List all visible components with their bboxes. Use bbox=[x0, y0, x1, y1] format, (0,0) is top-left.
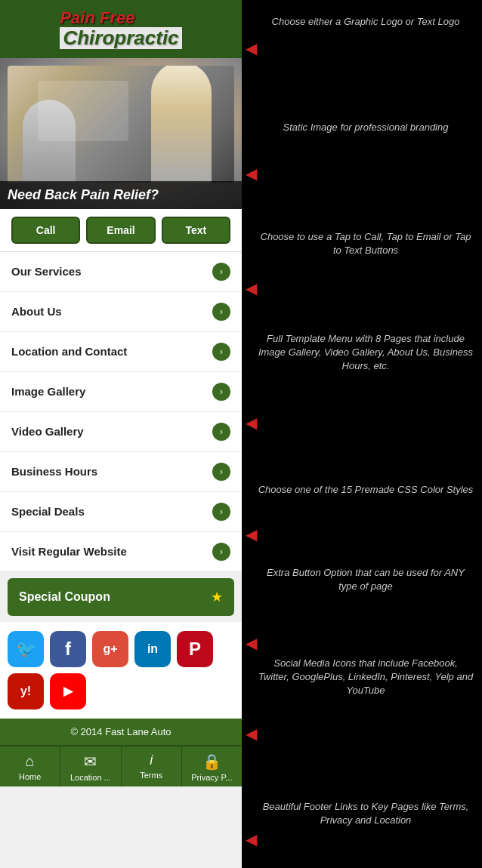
menu-label-video-gallery: Video Gallery bbox=[11, 425, 84, 438]
menu-arrow-image-gallery: › bbox=[212, 383, 230, 401]
nav-location[interactable]: ✉ Location ... bbox=[60, 746, 121, 786]
logo-area: Pain Free Chiropractic bbox=[0, 0, 242, 58]
annotation-footer-links: Beautiful Footer Links to Key Pages like… bbox=[249, 800, 482, 827]
arrow-footer: ◀ bbox=[246, 830, 257, 848]
nav-terms-label: Terms bbox=[140, 771, 162, 780]
menu-label-about-us: About Us bbox=[11, 305, 62, 318]
menu-item-our-services[interactable]: Our Services › bbox=[0, 252, 242, 292]
annotation-buttons-text: Choose to use a Tap to Call, Tap to Emai… bbox=[261, 231, 471, 256]
menu-item-image-gallery[interactable]: Image Gallery › bbox=[0, 372, 242, 412]
cta-buttons-section: Call Email Text bbox=[0, 209, 242, 251]
social-media-section: 🐦 f g+ in P y! ▶ bbox=[0, 622, 242, 719]
menu-arrow-special-deals: › bbox=[212, 503, 230, 521]
menu-item-special-deals[interactable]: Special Deals › bbox=[0, 492, 242, 532]
call-button[interactable]: Call bbox=[11, 217, 80, 244]
logo-chiropractic: Chiropractic bbox=[60, 27, 181, 49]
menu-arrow-about-us: › bbox=[212, 303, 230, 321]
nav-home-label: Home bbox=[19, 772, 41, 781]
annotation-logo: Choose either a Graphic Logo or Text Log… bbox=[249, 15, 482, 29]
annotation-social-text: Social Media Icons that include Facebook… bbox=[258, 657, 473, 696]
text-button[interactable]: Text bbox=[162, 217, 230, 244]
nav-location-label: Location ... bbox=[70, 773, 111, 782]
terms-icon: i bbox=[150, 753, 153, 768]
menu-label-location-contact: Location and Contact bbox=[11, 345, 127, 358]
email-button[interactable]: Email bbox=[86, 217, 155, 244]
home-icon: ⌂ bbox=[26, 753, 35, 770]
annotation-logo-text: Choose either a Graphic Logo or Text Log… bbox=[272, 16, 460, 27]
arrow-coupon: ◀ bbox=[246, 634, 257, 652]
annotation-buttons: Choose to use a Tap to Call, Tap to Emai… bbox=[249, 230, 482, 257]
footer-copyright: © 2014 Fast Lane Auto bbox=[0, 719, 242, 745]
menu-label-special-deals: Special Deals bbox=[11, 505, 85, 518]
annotation-color-text: Choose one of the 15 Premade CSS Color S… bbox=[258, 484, 474, 495]
special-coupon-label: Special Coupon bbox=[19, 590, 110, 604]
googleplus-icon[interactable]: g+ bbox=[92, 631, 128, 667]
menu-arrow-visit-website: › bbox=[212, 543, 230, 561]
yelp-icon[interactable]: y! bbox=[8, 673, 44, 709]
annotation-footer-links-text: Beautiful Footer Links to Key Pages like… bbox=[263, 801, 469, 826]
menu-arrow-location-contact: › bbox=[212, 343, 230, 361]
arrow-logo: ◀ bbox=[246, 39, 257, 57]
menu-item-video-gallery[interactable]: Video Gallery › bbox=[0, 412, 242, 452]
arrow-hero: ◀ bbox=[246, 165, 257, 183]
annotation-social: Social Media Icons that include Facebook… bbox=[249, 657, 482, 698]
privacy-icon: 🔒 bbox=[202, 753, 221, 771]
menu-item-location-contact[interactable]: Location and Contact › bbox=[0, 332, 242, 372]
menu-label-our-services: Our Services bbox=[11, 265, 82, 278]
annotation-hero: Static Image for professional branding bbox=[249, 121, 482, 134]
arrow-color: ◀ bbox=[246, 525, 257, 543]
hero-tagline: Need Back Pain Relief? bbox=[0, 181, 242, 209]
menu-arrow-business-hours: › bbox=[212, 463, 230, 481]
menu-item-visit-website[interactable]: Visit Regular Website › bbox=[0, 532, 242, 572]
annotation-hero-text: Static Image for professional branding bbox=[283, 122, 449, 133]
menu-label-image-gallery: Image Gallery bbox=[11, 385, 85, 398]
twitter-icon[interactable]: 🐦 bbox=[8, 631, 44, 667]
menu-section: Our Services › About Us › Location and C… bbox=[0, 251, 242, 572]
menu-label-business-hours: Business Hours bbox=[11, 465, 97, 478]
special-coupon-star-icon: ★ bbox=[211, 589, 223, 605]
annotation-coupon: Extra Button Option that can be used for… bbox=[249, 566, 482, 593]
arrow-buttons: ◀ bbox=[246, 279, 257, 297]
menu-arrow-video-gallery: › bbox=[212, 423, 230, 441]
nav-privacy-label: Privacy P... bbox=[191, 773, 232, 782]
arrow-menu: ◀ bbox=[246, 414, 257, 432]
location-icon: ✉ bbox=[84, 753, 97, 771]
nav-home[interactable]: ⌂ Home bbox=[0, 746, 60, 786]
annotation-menu-text: Full Template Menu with 8 Pages that inc… bbox=[258, 333, 473, 371]
annotation-menu: Full Template Menu with 8 Pages that inc… bbox=[249, 332, 482, 374]
logo: Pain Free Chiropractic bbox=[60, 9, 181, 49]
annotations-panel: Choose either a Graphic Logo or Text Log… bbox=[242, 0, 482, 868]
menu-label-visit-website: Visit Regular Website bbox=[11, 545, 127, 558]
special-coupon-button[interactable]: Special Coupon ★ bbox=[8, 578, 234, 616]
menu-item-about-us[interactable]: About Us › bbox=[0, 292, 242, 332]
pinterest-icon[interactable]: P bbox=[177, 631, 213, 667]
facebook-icon[interactable]: f bbox=[50, 631, 86, 667]
logo-pain-free: Pain Free bbox=[60, 9, 181, 27]
menu-item-business-hours[interactable]: Business Hours › bbox=[0, 452, 242, 492]
bottom-navigation: ⌂ Home ✉ Location ... i Terms 🔒 Privacy … bbox=[0, 745, 242, 786]
annotation-coupon-text: Extra Button Option that can be used for… bbox=[267, 567, 465, 592]
nav-privacy[interactable]: 🔒 Privacy P... bbox=[182, 746, 242, 786]
linkedin-icon[interactable]: in bbox=[134, 631, 171, 667]
hero-image: Need Back Pain Relief? bbox=[0, 58, 242, 209]
nav-terms[interactable]: i Terms bbox=[122, 746, 182, 786]
arrow-social: ◀ bbox=[246, 725, 257, 743]
youtube-icon[interactable]: ▶ bbox=[50, 673, 86, 709]
menu-arrow-our-services: › bbox=[212, 263, 230, 281]
annotation-color: Choose one of the 15 Premade CSS Color S… bbox=[249, 483, 482, 497]
